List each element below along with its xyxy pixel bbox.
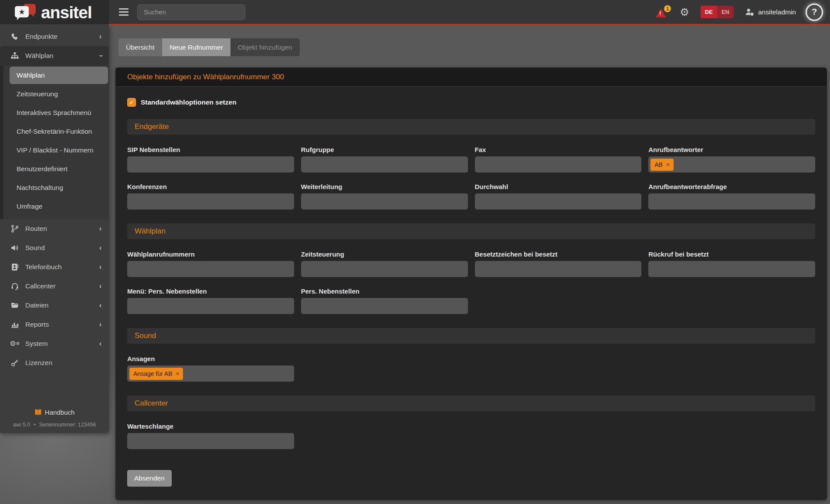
sidebar-item-system[interactable]: ⚙⚙ System ‹ [0,334,109,353]
phone-icon [10,33,19,41]
remove-tag-icon[interactable]: × [176,371,180,376]
field-anrufbeantworterabfrage: Anrufbeantworterabfrage [648,183,815,210]
default-dial-options-checkbox[interactable]: ✓ [127,98,136,107]
default-dial-options-label: Standardwähloptionen setzen [141,98,237,106]
anrufbeantworter-input[interactable]: AB × [648,156,815,173]
user-menu[interactable]: ansiteladmin [745,8,796,16]
field-fax: Fax [475,146,642,173]
field-pers-nebenstellen: Pers. Nebenstellen [301,288,468,314]
sitemap-icon [10,52,19,60]
key-icon [10,359,19,367]
field-rufgruppe: Rufgruppe [301,146,468,173]
sidebar-item-telefonbuch[interactable]: Telefonbuch ‹ [0,257,109,277]
warteschlange-input[interactable] [127,433,294,449]
rufgruppe-input[interactable] [301,156,468,173]
form-panel: Objekte hinzufügen zu Wählplanrufnummer … [115,68,827,500]
durchwahl-input[interactable] [475,193,642,210]
sidebar-item-label: Sound [25,244,45,252]
search-input[interactable] [137,4,245,20]
address-book-icon [10,263,19,271]
chevron-left-icon: ‹ [99,302,102,309]
pers-nebenstellen-input[interactable] [301,298,468,314]
submenu-item-benutzerdefiniert[interactable]: Benutzerdefiniert [3,160,109,178]
field-waehlplanrufnummern: Wählplanrufnummern [127,250,294,277]
submit-button[interactable]: Absenden [127,470,172,487]
section-header-endgeraete: Endgeräte [127,119,815,135]
fax-input[interactable] [475,156,642,173]
field-warteschlange: Warteschlange [127,423,294,449]
menue-pers-nebenstellen-input[interactable] [127,298,294,314]
sidebar-item-callcenter[interactable]: Callcenter ‹ [0,277,109,296]
sidebar-item-dateien[interactable]: Dateien ‹ [0,296,109,315]
submenu-item-nachtschaltung[interactable]: Nachtschaltung [3,179,109,196]
settings-gear-icon[interactable]: ⚙ [680,7,689,17]
sidebar-item-label: Telefonbuch [25,263,62,271]
headset-icon [10,282,19,290]
folder-open-icon [10,301,19,309]
submenu-item-vip-blacklist-nummern[interactable]: VIP / Blacklist - Nummern [3,142,109,159]
section-header-waehlplan: Wählplan [127,223,815,239]
field-rueckruf-bei-besetzt: Rückruf bei besetzt [648,250,815,277]
serial-label: Seriennummer: 123456 [39,422,96,428]
alerts-count-badge: 1 [664,5,671,12]
submenu-item-umfrage[interactable]: Umfrage [3,198,109,215]
waehlplanrufnummern-input[interactable] [127,261,294,277]
rueckruf-bei-besetzt-input[interactable] [648,261,815,277]
sidebar-item-sound[interactable]: Sound ‹ [0,238,109,257]
volume-icon [10,244,19,252]
sip-nebenstellen-input[interactable] [127,156,294,173]
panel-title: Objekte hinzufügen zu Wählplanrufnummer … [115,68,827,87]
top-bar: ★ ansitel ! 1 ⚙ DE EN ansitelad [0,0,830,25]
submenu-item-chef-sekretaerin-funktion[interactable]: Chef-Sekretärin-Funktion [3,123,109,140]
book-icon [34,409,42,416]
tab-objekt-hinzufuegen[interactable]: Objekt hinzufügen [230,38,300,56]
weiterleitung-input[interactable] [301,193,468,210]
sidebar-nav: Endpunkte ‹ Wählplan ‹ Wählplan Zeitsteu… [0,25,109,372]
tab-neue-rufnummer[interactable]: Neue Rufnummer [162,38,230,56]
sidebar-item-routen[interactable]: Routen ‹ [0,219,109,238]
field-durchwahl: Durchwahl [475,183,642,210]
username-label: ansiteladmin [758,8,796,16]
selected-tag: AB × [650,159,673,171]
chevron-left-icon: ‹ [99,244,102,251]
submenu-item-interaktives-sprachmenue[interactable]: Interaktives Sprachmenü [3,104,109,122]
sidebar-item-endpunkte[interactable]: Endpunkte ‹ [0,27,109,46]
alerts-warning-icon[interactable]: ! 1 [655,7,668,17]
sidebar-item-reports[interactable]: Reports ‹ [0,315,109,334]
brand-logo: ★ ansitel [0,0,109,25]
anrufbeantworterabfrage-input[interactable] [648,193,815,210]
tab-uebersicht[interactable]: Übersicht [119,38,162,56]
sidebar-item-waehlplan[interactable]: Wählplan ‹ [0,46,109,65]
field-ansagen: Ansagen Ansage für AB × [127,355,294,382]
sidebar-item-lizenzen[interactable]: Lizenzen [0,353,109,372]
sidebar-footer: Handbuch awi 5.0 • Seriennummer: 123456 [0,409,109,428]
check-icon: ✓ [129,99,134,106]
separator-dot: • [34,422,35,428]
konferenzen-input[interactable] [127,193,294,210]
handbook-label: Handbuch [45,409,75,416]
zeitsteuerung-input[interactable] [301,261,468,277]
ansagen-input[interactable]: Ansage für AB × [127,365,294,382]
field-zeitsteuerung: Zeitsteuerung [301,250,468,277]
version-line: awi 5.0 • Seriennummer: 123456 [0,422,109,428]
user-shield-icon [745,8,754,16]
submenu-item-waehlplan[interactable]: Wählplan [10,67,108,84]
handbook-link[interactable]: Handbuch [34,409,75,416]
help-icon[interactable]: ? [806,3,823,21]
lang-de-button[interactable]: DE [701,6,717,18]
gears-icon: ⚙⚙ [10,340,19,347]
menu-icon[interactable] [119,8,129,16]
remove-tag-icon[interactable]: × [666,162,670,167]
lang-en-button[interactable]: EN [717,6,734,18]
besetztzeichen-bei-besetzt-input[interactable] [475,261,642,277]
sidebar-submenu-waehlplan: Wählplan Zeitsteuerung Interaktives Spra… [0,65,109,219]
sidebar-item-label: Wählplan [25,52,54,60]
field-besetztzeichen-bei-besetzt: Besetztzeichen bei besetzt [475,250,642,277]
version-label: awi 5.0 [13,422,30,428]
sidebar-item-label: Callcenter [25,282,56,290]
chevron-left-icon: ‹ [99,264,102,271]
chevron-down-icon: ‹ [97,54,104,57]
star-glyph: ★ [18,7,25,17]
field-anrufbeantworter: Anrufbeantworter AB × [648,146,815,173]
submenu-item-zeitsteuerung[interactable]: Zeitsteuerung [3,85,109,103]
